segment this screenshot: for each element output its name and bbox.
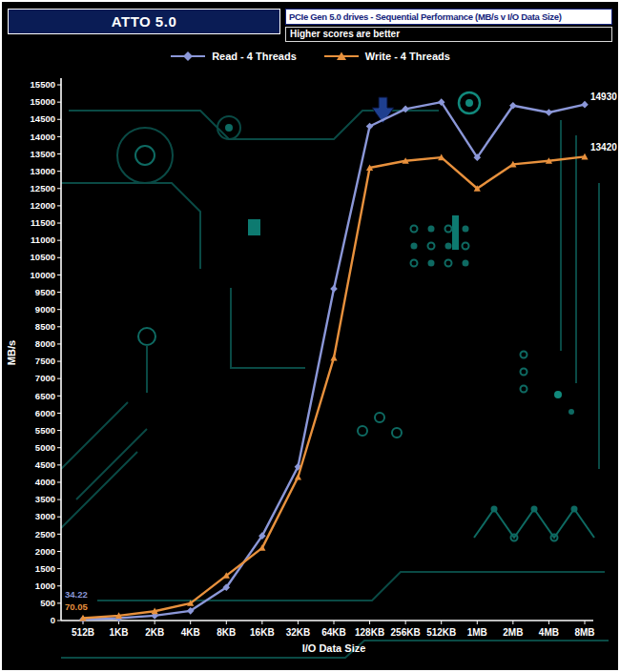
svg-text:13500: 13500 — [31, 149, 55, 159]
svg-text:16KB: 16KB — [250, 627, 275, 638]
svg-text:128KB: 128KB — [355, 627, 384, 638]
svg-text:15000: 15000 — [31, 96, 55, 107]
svg-text:1MB: 1MB — [467, 627, 487, 638]
chart-note: Higher scores are better — [285, 27, 612, 42]
svg-text:13000: 13000 — [31, 166, 55, 176]
svg-text:2000: 2000 — [35, 546, 55, 557]
write-series — [79, 153, 588, 621]
legend: Read - 4 Threads Write - 4 Threads — [2, 47, 618, 65]
svg-text:9500: 9500 — [35, 287, 55, 297]
header: ATTO 5.0 PCIe Gen 5.0 drives - Sequentia… — [2, 2, 618, 47]
svg-text:2MB: 2MB — [503, 627, 523, 638]
svg-text:11000: 11000 — [31, 234, 55, 245]
svg-text:500: 500 — [40, 598, 55, 608]
write-first-value-label: 70.05 — [65, 601, 88, 612]
svg-text:15500: 15500 — [31, 79, 55, 90]
circuit-background-decoration — [61, 92, 609, 658]
svg-text:8KB: 8KB — [217, 627, 236, 638]
svg-text:7000: 7000 — [35, 373, 55, 383]
write-series-marker-icon — [323, 51, 360, 62]
svg-text:2KB: 2KB — [145, 627, 164, 638]
read-last-value-label: 14930 — [590, 92, 617, 102]
series-lines — [79, 98, 589, 622]
svg-text:4KB: 4KB — [181, 627, 200, 638]
svg-text:6500: 6500 — [35, 391, 55, 401]
svg-text:0: 0 — [51, 615, 55, 625]
legend-item-read: Read - 4 Threads — [170, 51, 297, 62]
svg-text:12000: 12000 — [31, 200, 55, 211]
svg-text:64KB: 64KB — [321, 627, 346, 638]
svg-text:10000: 10000 — [31, 270, 55, 280]
svg-text:512B: 512B — [72, 627, 94, 638]
svg-text:4000: 4000 — [35, 477, 55, 487]
svg-text:2500: 2500 — [35, 529, 55, 540]
svg-text:8500: 8500 — [35, 321, 55, 332]
svg-text:12500: 12500 — [31, 183, 55, 193]
svg-text:6000: 6000 — [35, 408, 55, 418]
legend-read-label: Read - 4 Threads — [212, 51, 297, 62]
svg-text:3000: 3000 — [35, 511, 55, 521]
svg-text:10500: 10500 — [31, 252, 55, 262]
svg-text:32KB: 32KB — [286, 627, 311, 638]
svg-text:7500: 7500 — [35, 356, 55, 366]
svg-text:5000: 5000 — [35, 442, 55, 453]
chart-title: ATTO 5.0 — [8, 9, 280, 34]
benchmark-chart-window: ATTO 5.0 PCIe Gen 5.0 drives - Sequentia… — [0, 0, 620, 672]
chart-subtitle: PCIe Gen 5.0 drives - Sequential Perform… — [285, 9, 612, 25]
svg-text:1000: 1000 — [35, 580, 55, 591]
svg-text:4MB: 4MB — [539, 627, 559, 638]
svg-text:8000: 8000 — [35, 338, 55, 349]
svg-text:512KB: 512KB — [426, 627, 456, 638]
axes: 0500100015002000250030003500400045005000… — [6, 78, 595, 654]
svg-text:8MB: 8MB — [574, 627, 594, 638]
svg-text:I/O Data Size: I/O Data Size — [302, 642, 366, 654]
read-first-value-label: 34.22 — [65, 589, 88, 600]
svg-text:9000: 9000 — [35, 304, 55, 315]
write-last-value-label: 13420 — [590, 142, 617, 153]
svg-text:256KB: 256KB — [391, 627, 421, 638]
legend-write-label: Write - 4 Threads — [365, 51, 450, 62]
svg-text:1KB: 1KB — [110, 627, 129, 638]
chart-canvas: 0500100015002000250030003500400045005000… — [2, 65, 618, 670]
header-right: PCIe Gen 5.0 drives - Sequential Perform… — [285, 9, 612, 42]
svg-text:4500: 4500 — [35, 459, 55, 470]
svg-text:MB/s: MB/s — [6, 340, 17, 365]
svg-text:5500: 5500 — [35, 425, 55, 436]
svg-text:14500: 14500 — [31, 113, 55, 124]
svg-text:3500: 3500 — [35, 494, 55, 504]
svg-text:11500: 11500 — [31, 217, 55, 228]
svg-text:1500: 1500 — [35, 563, 55, 574]
legend-item-write: Write - 4 Threads — [323, 51, 450, 62]
svg-text:14000: 14000 — [31, 132, 55, 142]
read-series-marker-icon — [170, 51, 206, 62]
chart-area: 0500100015002000250030003500400045005000… — [2, 65, 618, 670]
